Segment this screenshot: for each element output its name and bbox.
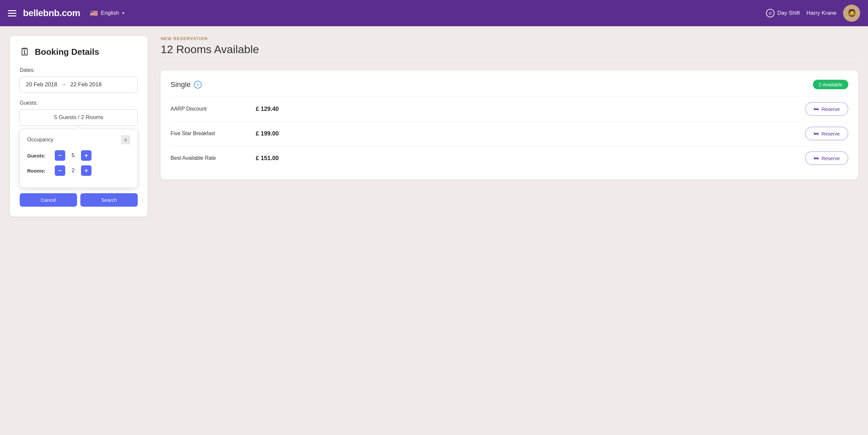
guests-decrement-button[interactable]: − — [55, 150, 65, 161]
close-icon: x — [125, 137, 127, 142]
guests-stepper-row: Guests: − 5 + — [27, 150, 130, 161]
occupancy-dropdown: Occupancy x Guests: − 5 + Rooms: − 2 + — [20, 129, 138, 188]
room-header: Single i 2 Available — [170, 80, 848, 89]
reserve-button-2[interactable]: 🛏 Reserve — [805, 151, 848, 165]
guests-value: 5 Guests / 2 Rooms — [54, 114, 103, 120]
rate-name: Five Star Breakfast — [170, 130, 256, 137]
user-name: Harry Krane — [806, 10, 837, 17]
chevron-down-icon: ▾ — [122, 11, 124, 16]
occupancy-header: Occupancy x — [27, 135, 130, 144]
rooms-stepper-row: Rooms: − 2 + — [27, 165, 130, 176]
calendar-icon: 🗓 — [20, 46, 30, 58]
rate-price: £ 199.00 — [256, 130, 805, 137]
cancel-button[interactable]: Cancel — [20, 193, 77, 207]
main-content: 🗓 Booking Details Dates: 20 Feb 2018 → 2… — [0, 26, 868, 435]
date-to: 22 Feb 2018 — [70, 81, 101, 88]
occupancy-title: Occupancy — [27, 137, 54, 143]
rooms-stepper-value: 2 — [70, 167, 76, 174]
section-title: 12 Rooms Available — [161, 43, 858, 56]
reserve-button-1[interactable]: 🛏 Reserve — [805, 127, 848, 140]
guests-stepper-value: 5 — [70, 152, 76, 159]
rate-row: Five Star Breakfast £ 199.00 🛏 Reserve — [170, 121, 848, 146]
reserve-label-1: Reserve — [822, 131, 840, 137]
room-card-single: Single i 2 Available AARP Discount £ 129… — [161, 70, 858, 179]
booking-card: 🗓 Booking Details Dates: 20 Feb 2018 → 2… — [10, 36, 148, 216]
header-right: ◎ Day Shift Harry Krane 🧔 — [766, 5, 860, 22]
shift-selector[interactable]: ◎ Day Shift — [766, 9, 800, 18]
divider — [161, 62, 858, 63]
rate-name: Best Available Rate — [170, 155, 256, 161]
flag-icon: 🇺🇸 — [90, 9, 98, 17]
guests-label: Guests: — [20, 100, 138, 106]
left-panel: 🗓 Booking Details Dates: 20 Feb 2018 → 2… — [10, 36, 148, 425]
language-selector[interactable]: 🇺🇸 English ▾ — [90, 9, 124, 17]
rooms-stepper-label: Rooms: — [27, 168, 50, 174]
rooms-increment-button[interactable]: + — [81, 165, 92, 176]
avatar-image: 🧔 — [847, 9, 856, 18]
available-badge: 2 Available — [813, 80, 848, 89]
avatar[interactable]: 🧔 — [843, 5, 860, 22]
reserve-label-2: Reserve — [822, 155, 840, 161]
rate-row: AARP Discount £ 129.40 🛏 Reserve — [170, 96, 848, 121]
bed-icon: 🛏 — [813, 130, 819, 137]
rate-price: £ 151.00 — [256, 155, 805, 162]
date-from: 20 Feb 2018 — [26, 81, 57, 88]
logo: bellebnb.com — [23, 8, 80, 18]
bed-icon: 🛏 — [813, 106, 819, 112]
language-label: English — [101, 10, 119, 17]
booking-title-row: 🗓 Booking Details — [20, 46, 138, 58]
room-info-icon[interactable]: i — [194, 81, 202, 89]
rooms-decrement-button[interactable]: − — [55, 165, 65, 176]
right-panel: NEW RESERVATION 12 Rooms Available Singl… — [161, 36, 858, 425]
reserve-button-0[interactable]: 🛏 Reserve — [805, 102, 848, 116]
shift-label: Day Shift — [777, 10, 800, 17]
section-label: NEW RESERVATION — [161, 36, 858, 41]
menu-button[interactable] — [8, 10, 17, 17]
reserve-label-0: Reserve — [822, 106, 840, 112]
action-buttons-row: Cancel Search — [20, 193, 138, 207]
guests-stepper-label: Guests: — [27, 153, 50, 158]
occupancy-close-button[interactable]: x — [121, 135, 130, 144]
rate-name: AARP Discount — [170, 106, 256, 112]
bed-icon: 🛏 — [813, 155, 819, 161]
dates-label: Dates: — [20, 67, 138, 73]
search-button[interactable]: Search — [80, 193, 138, 207]
booking-title: Booking Details — [35, 47, 99, 57]
arrow-icon: → — [61, 82, 66, 88]
room-name: Single — [170, 80, 190, 89]
rate-row: Best Available Rate £ 151.00 🛏 Reserve — [170, 146, 848, 170]
dates-range[interactable]: 20 Feb 2018 → 22 Feb 2018 — [20, 77, 138, 93]
app-header: bellebnb.com 🇺🇸 English ▾ ◎ Day Shift Ha… — [0, 0, 868, 26]
shift-icon: ◎ — [766, 9, 775, 18]
guests-increment-button[interactable]: + — [81, 150, 92, 161]
guests-selector[interactable]: 5 Guests / 2 Rooms — [20, 109, 138, 126]
rate-price: £ 129.40 — [256, 106, 805, 113]
